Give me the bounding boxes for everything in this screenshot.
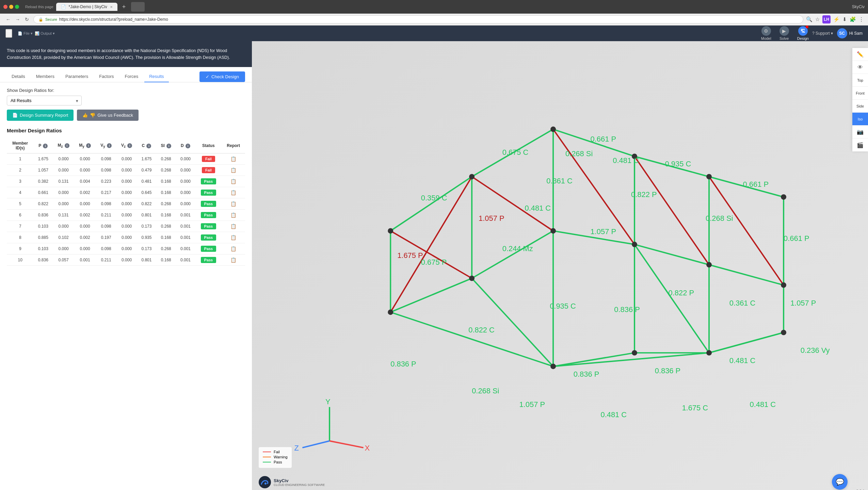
report-icon[interactable]: 📋 xyxy=(230,156,236,162)
cell-report[interactable]: 📋 xyxy=(222,187,245,198)
download-btn[interactable]: ⬇ xyxy=(842,16,847,22)
report-icon[interactable]: 📋 xyxy=(230,179,236,184)
check-design-button[interactable]: ✓ Check Design xyxy=(199,71,245,82)
forward-button[interactable]: → xyxy=(14,16,22,23)
minimize-dot[interactable] xyxy=(9,5,13,9)
nav-model[interactable]: ⚙ Model xyxy=(758,25,775,42)
cell-status: Pass xyxy=(195,210,222,221)
tab-forces[interactable]: Forces xyxy=(120,71,143,82)
reload-button[interactable]: ↻ xyxy=(23,16,31,23)
svg-point-90 xyxy=(264,483,267,485)
user-avatar[interactable]: SC xyxy=(837,28,847,38)
si-info-icon[interactable]: i xyxy=(166,144,171,148)
menu-btn[interactable]: ⋮ xyxy=(859,16,864,22)
front-view-button[interactable]: Front xyxy=(852,87,868,100)
video-button[interactable]: 🎬 xyxy=(852,138,868,151)
design-summary-button[interactable]: 📄 Design Summary Report xyxy=(7,110,74,121)
support-button[interactable]: ? Support ▾ xyxy=(812,31,833,36)
report-icon[interactable]: 📋 xyxy=(230,167,236,173)
search-icon-btn[interactable]: 🔍 xyxy=(806,16,813,22)
extensions-btn[interactable]: ⚡ xyxy=(833,16,840,22)
file-menu[interactable]: 📄 File ▾ xyxy=(18,31,33,36)
close-dot[interactable] xyxy=(3,5,7,9)
vz-info-icon[interactable]: i xyxy=(127,143,132,148)
tab-results[interactable]: Results xyxy=(144,71,168,82)
d-info-icon[interactable]: i xyxy=(186,144,190,148)
cell-mz: 0.131 xyxy=(53,176,74,187)
cell-si: 0.268 xyxy=(156,198,176,210)
svg-line-27 xyxy=(709,332,784,353)
cell-vy: 0.098 xyxy=(96,198,116,210)
eye-tool-button[interactable]: 👁 xyxy=(852,61,868,74)
cell-status: Pass xyxy=(195,232,222,243)
browser-tab[interactable]: 📄 *Jake-Demo | SkyCiv ✕ xyxy=(56,3,117,11)
p-info-icon[interactable]: i xyxy=(43,144,48,148)
svg-text:0.661 P: 0.661 P xyxy=(743,180,769,189)
maximize-dot[interactable] xyxy=(15,5,19,9)
report-icon[interactable]: 📋 xyxy=(230,235,236,240)
user-profile-icon[interactable]: LH xyxy=(822,15,831,23)
svg-point-36 xyxy=(550,127,556,132)
top-view-button[interactable]: Top xyxy=(852,74,868,87)
user-name: Hi Sam xyxy=(849,31,863,36)
cell-report[interactable]: 📋 xyxy=(222,210,245,221)
svg-point-47 xyxy=(632,350,637,356)
feedback-button[interactable]: 👍 👎 Give us Feedback xyxy=(77,110,139,121)
hamburger-menu[interactable]: ☰ xyxy=(5,29,12,38)
cell-report[interactable]: 📋 xyxy=(222,221,245,232)
report-icon[interactable]: 📋 xyxy=(230,257,236,263)
svg-point-48 xyxy=(706,350,712,356)
col-header-vz: Vz i xyxy=(116,138,137,153)
cell-si: 0.168 xyxy=(156,210,176,221)
iso-view-button[interactable]: Iso xyxy=(852,113,868,126)
c-info-icon[interactable]: i xyxy=(146,144,151,148)
mz-info-icon[interactable]: i xyxy=(65,143,69,148)
report-icon[interactable]: 📋 xyxy=(230,190,236,195)
cell-vz: 0.000 xyxy=(116,210,137,221)
report-icon[interactable]: 📋 xyxy=(230,201,236,207)
new-tab-button[interactable]: + xyxy=(122,3,126,11)
my-info-icon[interactable]: i xyxy=(86,143,91,148)
cell-report[interactable]: 📋 xyxy=(222,165,245,176)
tab-factors[interactable]: Factors xyxy=(94,71,118,82)
chat-button[interactable]: 💬 xyxy=(832,474,848,490)
svg-text:1.057 P: 1.057 P xyxy=(479,214,504,223)
report-icon[interactable]: 📋 xyxy=(230,224,236,229)
svg-point-40 xyxy=(388,309,393,315)
cell-report[interactable]: 📋 xyxy=(222,232,245,243)
app-header: ☰ 📄 File ▾ 📊 Output ▾ ⚙ Model ▶ Solve 🏗 … xyxy=(0,26,868,41)
col-header-mz: Mz i xyxy=(53,138,74,153)
nav-solve[interactable]: ▶ Solve xyxy=(776,25,792,42)
cell-member-id: 9 xyxy=(7,243,33,255)
legend-warning: Warning xyxy=(263,455,288,459)
col-header-my: My i xyxy=(74,138,96,153)
tab-details[interactable]: Details xyxy=(7,71,30,82)
puzzle-btn[interactable]: 🧩 xyxy=(850,16,856,22)
all-results-dropdown[interactable]: All Results Pass Fail Warning xyxy=(7,96,82,105)
status-badge: Fail xyxy=(202,167,215,173)
svg-text:0.822 P: 0.822 P xyxy=(669,289,694,297)
tab-close-icon[interactable]: ✕ xyxy=(110,5,113,9)
cell-report[interactable]: 📋 xyxy=(222,198,245,210)
cell-report[interactable]: 📋 xyxy=(222,243,245,255)
back-button[interactable]: ← xyxy=(4,16,12,23)
tab-members[interactable]: Members xyxy=(31,71,59,82)
vy-info-icon[interactable]: i xyxy=(107,143,112,148)
svg-text:0.935 C: 0.935 C xyxy=(665,160,691,168)
bookmark-icon-btn[interactable]: ☆ xyxy=(815,16,820,22)
side-view-button[interactable]: Side xyxy=(852,100,868,113)
camera-button[interactable]: 📷 xyxy=(852,126,868,138)
address-bar[interactable]: 🔒 Secure https://dev.skyciv.com/structur… xyxy=(33,15,803,23)
tab-parameters[interactable]: Parameters xyxy=(61,71,93,82)
cell-si: 0.268 xyxy=(156,153,176,165)
cell-report[interactable]: 📋 xyxy=(222,255,245,266)
edit-tool-button[interactable]: ✏️ xyxy=(852,48,868,61)
output-menu[interactable]: 📊 Output ▾ xyxy=(35,31,55,36)
report-icon[interactable]: 📋 xyxy=(230,246,236,251)
svg-point-38 xyxy=(706,174,712,179)
svg-text:0.361 C: 0.361 C xyxy=(546,177,573,185)
nav-design[interactable]: 🏗 Design xyxy=(794,25,812,42)
cell-report[interactable]: 📋 xyxy=(222,176,245,187)
report-icon[interactable]: 📋 xyxy=(230,212,236,218)
cell-report[interactable]: 📋 xyxy=(222,153,245,165)
